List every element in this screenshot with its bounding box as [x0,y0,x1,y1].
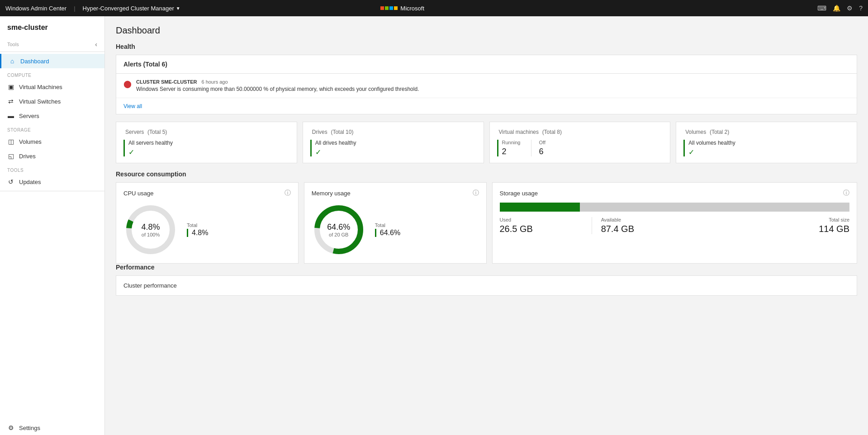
storage-info-icon[interactable]: ⓘ [843,189,849,197]
storage-divider [592,217,592,234]
alert-body: CLUSTER SME-CLUSTER 6 hours ago Windows … [136,79,849,92]
help-icon[interactable]: ? [859,5,863,12]
drives-check-icon: ✓ [315,148,321,156]
bell-icon[interactable]: 🔔 [833,5,840,12]
memory-info-icon[interactable]: ⓘ [473,189,479,197]
memory-card-title: Memory usage ⓘ [312,189,479,197]
storage-bar-bg [500,203,850,212]
volumes-check-icon: ✓ [688,148,694,156]
settings-icon[interactable]: ⚙ [847,5,853,12]
storage-stats: Used 26.5 GB Available 87.4 GB Total siz… [500,217,850,234]
cpu-percentage: 4.8% [141,222,160,232]
vm-off-label: Off [539,140,545,145]
terminal-icon[interactable]: ⌨ [817,5,826,12]
view-all-link[interactable]: View all [123,103,142,109]
alert-row: ⬤ CLUSTER SME-CLUSTER 6 hours ago Window… [116,74,857,98]
server-icon: ▬ [7,112,14,119]
dashboard-icon: ⌂ [9,57,16,65]
cpu-info-icon[interactable]: ⓘ [285,189,291,197]
cpu-card: CPU usage ⓘ 4.8% of 100% Total 4.8% [116,182,299,264]
cpu-donut-label: 4.8% of 100% [141,222,160,237]
vm-card: Virtual machines (Total 8) Running 2 Off… [489,122,671,163]
microsoft-logo [380,6,398,10]
drives-healthy-text: All drives healthy [315,140,356,146]
cpu-total-value: 4.8% [187,229,208,237]
storage-card-title: Storage usage ⓘ [500,189,850,197]
memory-legend: Total 64.6% [375,222,400,237]
alert-error-icon: ⬤ [123,80,132,88]
sidebar-divider-2 [0,191,104,191]
drives-card-title: Drives (Total 10) [310,128,476,135]
cpu-donut-container: 4.8% of 100% Total 4.8% [123,203,291,257]
sidebar-item-volumes[interactable]: ◫ Volumes [0,134,104,149]
tools-section-label: TOOLS [0,163,104,175]
sidebar: sme-cluster Tools ‹ ⌂ Dashboard COMPUTE … [0,16,105,435]
sidebar-item-virtual-machines[interactable]: ▣ Virtual Machines [0,80,104,94]
volumes-healthy: All volumes healthy ✓ [683,140,735,156]
alerts-header: Alerts (Total 6) [116,55,857,74]
cpu-card-title: CPU usage ⓘ [123,189,291,197]
servers-card-title: Servers (Total 5) [123,128,289,135]
vm-running-stat: Running 2 [497,140,528,156]
volumes-healthy-text: All volumes healthy [688,140,735,146]
sidebar-item-servers[interactable]: ▬ Servers [0,109,104,123]
view-all-container: View all [116,98,857,114]
storage-bar-fill [500,203,580,212]
volumes-icon: ◫ [7,138,14,145]
vm-off-value: 6 [539,147,545,156]
collapse-icon[interactable]: ‹ [95,41,97,48]
resource-cards-row: CPU usage ⓘ 4.8% of 100% Total 4.8% [116,182,857,264]
vm-running-label: Running [502,140,521,145]
alert-header: CLUSTER SME-CLUSTER 6 hours ago [136,79,849,85]
storage-label: STORAGE [0,123,104,134]
memory-donut-container: 64.6% of 20 GB Total 64.6% [312,203,479,257]
sidebar-item-drives[interactable]: ◱ Drives [0,149,104,163]
volumes-card: Volumes (Total 2) All volumes healthy ✓ [676,122,857,163]
storage-bar-wrap [500,203,850,212]
alert-message: Windows Server is consuming more than 50… [136,86,849,92]
cluster-name: sme-cluster [0,16,104,37]
page-title: Dashboard [116,25,857,36]
storage-total-value: 114 GB [684,224,849,234]
settings-item[interactable]: ⚙ Settings [0,421,104,435]
topbar: Windows Admin Center | Hyper-Converged C… [0,0,868,16]
compute-label: COMPUTE [0,68,104,80]
cpu-of-label: of 100% [141,232,160,237]
sidebar-item-dashboard[interactable]: ⌂ Dashboard [0,54,104,68]
sidebar-item-virtual-switches[interactable]: ⇄ Virtual Switches [0,94,104,109]
servers-card-content: All servers healthy ✓ [123,140,289,156]
vm-icon: ▣ [7,83,14,90]
vm-card-title: Virtual machines (Total 8) [497,128,663,135]
memory-donut-label: 64.6% of 20 GB [327,222,350,237]
alert-time: 6 hours ago [201,79,228,85]
settings-nav-icon: ⚙ [7,424,14,431]
app-title: Windows Admin Center [5,5,66,12]
updates-icon: ↺ [7,178,14,185]
storage-available-label: Available [601,217,684,222]
storage-available-stat: Available 87.4 GB [601,217,684,234]
cpu-legend: Total 4.8% [187,222,208,237]
servers-healthy: All servers healthy ✓ [123,140,173,156]
volumes-card-content: All volumes healthy ✓ [683,140,849,156]
servers-card: Servers (Total 5) All servers healthy ✓ [116,122,297,163]
topbar-center: Microsoft [380,5,424,12]
vm-stats: Running 2 Off 6 [497,140,663,156]
status-cards-row: Servers (Total 5) All servers healthy ✓ … [116,122,857,163]
vm-running-value: 2 [502,147,521,156]
main-content: Dashboard Health Alerts (Total 6) ⬤ CLUS… [105,16,868,435]
alerts-card: Alerts (Total 6) ⬤ CLUSTER SME-CLUSTER 6… [116,55,857,114]
sidebar-item-updates[interactable]: ↺ Updates [0,175,104,189]
tools-header: Tools ‹ [0,37,104,50]
memory-donut: 64.6% of 20 GB [312,203,366,257]
microsoft-label: Microsoft [400,5,424,12]
performance-section-title: Performance [116,264,857,271]
storage-total-label: Total size [684,217,849,222]
alerts-title: Alerts (Total 6) [123,61,167,68]
alert-cluster: CLUSTER SME-CLUSTER [136,79,197,85]
storage-available-value: 87.4 GB [601,224,684,234]
memory-of-label: of 20 GB [327,232,350,237]
sidebar-divider-1 [0,52,104,52]
drives-icon: ◱ [7,152,14,160]
storage-used-stat: Used 26.5 GB [500,217,583,234]
manager-title[interactable]: Hyper-Converged Cluster Manager ▼ [83,5,180,12]
